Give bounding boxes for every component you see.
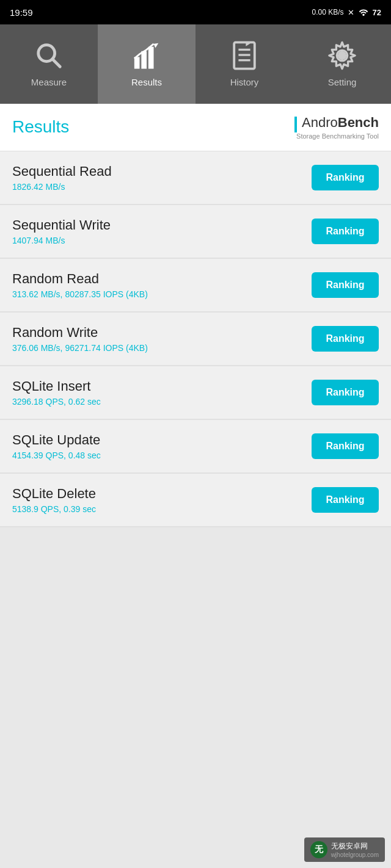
ranking-button[interactable]: Ranking [312, 380, 379, 405]
result-name: SQLite Update [12, 432, 312, 448]
result-value: 376.06 MB/s, 96271.74 IOPS (4KB) [12, 343, 312, 353]
tab-history[interactable]: History [196, 24, 293, 104]
status-time: 19:59 [10, 7, 33, 18]
logo-prefix: Andro [302, 115, 338, 130]
header: Results AndroBench Storage Benchmarking … [0, 104, 391, 151]
watermark-content: 无极安卓网 wjhotelgroup.com [331, 841, 379, 858]
ranking-button[interactable]: Ranking [312, 272, 379, 298]
result-info: Sequential Write1407.94 MB/s [12, 217, 312, 245]
battery-level: 72 [373, 8, 381, 17]
result-value: 4154.39 QPS, 0.48 sec [12, 450, 312, 460]
result-value: 3296.18 QPS, 0.62 sec [12, 397, 312, 407]
watermark-logo: 无 [310, 841, 327, 858]
measure-icon [34, 41, 64, 72]
ranking-button[interactable]: Ranking [312, 487, 379, 513]
watermark-url: wjhotelgroup.com [331, 852, 379, 858]
result-value: 313.62 MB/s, 80287.35 IOPS (4KB) [12, 289, 312, 299]
result-info: Sequential Read1826.42 MB/s [12, 164, 312, 192]
network-speed: 0.00 KB/s [312, 8, 344, 16]
x-icon: ✕ [348, 8, 354, 17]
setting-label: Setting [328, 77, 357, 87]
result-info: SQLite Insert3296.18 QPS, 0.62 sec [12, 378, 312, 407]
nav-tabs: Measure Results History [0, 24, 391, 104]
result-value: 5138.9 QPS, 0.39 sec [12, 504, 312, 514]
svg-marker-5 [154, 43, 159, 48]
status-right: 0.00 KB/s ✕ 72 [312, 7, 382, 18]
setting-icon [327, 41, 357, 72]
result-name: SQLite Delete [12, 486, 312, 502]
result-name: Random Write [12, 325, 312, 341]
svg-line-1 [53, 59, 60, 67]
result-row: Sequential Write1407.94 MB/sRanking [0, 205, 391, 259]
result-row: Sequential Read1826.42 MB/sRanking [0, 151, 391, 205]
result-info: Random Write376.06 MB/s, 96271.74 IOPS (… [12, 325, 312, 353]
result-name: Sequential Read [12, 164, 312, 179]
result-value: 1407.94 MB/s [12, 236, 312, 245]
tab-measure[interactable]: Measure [0, 24, 98, 104]
logo-bar [294, 117, 297, 132]
results-icon [132, 41, 161, 72]
ranking-button[interactable]: Ranking [312, 165, 379, 190]
result-row: SQLite Delete5138.9 QPS, 0.39 secRanking [0, 474, 391, 527]
logo-suffix: Bench [338, 115, 379, 130]
watermark-text: 无极安卓网 [331, 841, 379, 852]
logo-subtitle: Storage Benchmarking Tool [296, 132, 379, 140]
history-icon [230, 41, 259, 72]
watermark: 无 无极安卓网 wjhotelgroup.com [304, 837, 385, 862]
logo-text: AndroBench [294, 115, 379, 132]
result-name: Sequential Write [12, 217, 312, 233]
ranking-button[interactable]: Ranking [312, 219, 379, 244]
svg-rect-4 [148, 47, 154, 69]
tab-setting[interactable]: Setting [293, 24, 391, 104]
results-label: Results [131, 77, 162, 87]
result-value: 1826.42 MB/s [12, 182, 312, 192]
result-row: SQLite Insert3296.18 QPS, 0.62 secRankin… [0, 366, 391, 420]
ranking-button[interactable]: Ranking [312, 326, 379, 352]
result-row: SQLite Update4154.39 QPS, 0.48 secRankin… [0, 420, 391, 474]
result-name: Random Read [12, 271, 312, 287]
result-info: Random Read313.62 MB/s, 80287.35 IOPS (4… [12, 271, 312, 299]
logo: AndroBench Storage Benchmarking Tool [294, 115, 379, 140]
page-title: Results [12, 117, 69, 137]
result-info: SQLite Update4154.39 QPS, 0.48 sec [12, 432, 312, 460]
result-row: Random Read313.62 MB/s, 80287.35 IOPS (4… [0, 259, 391, 313]
result-info: SQLite Delete5138.9 QPS, 0.39 sec [12, 486, 312, 514]
status-bar: 19:59 0.00 KB/s ✕ 72 [0, 0, 391, 24]
svg-rect-3 [141, 51, 147, 69]
result-name: SQLite Insert [12, 378, 312, 394]
result-list: Sequential Read1826.42 MB/sRankingSequen… [0, 151, 391, 527]
ranking-button[interactable]: Ranking [312, 433, 379, 459]
tab-results[interactable]: Results [98, 24, 196, 104]
history-label: History [230, 77, 259, 87]
result-row: Random Write376.06 MB/s, 96271.74 IOPS (… [0, 313, 391, 366]
measure-label: Measure [31, 77, 67, 87]
wifi-icon [358, 7, 369, 18]
